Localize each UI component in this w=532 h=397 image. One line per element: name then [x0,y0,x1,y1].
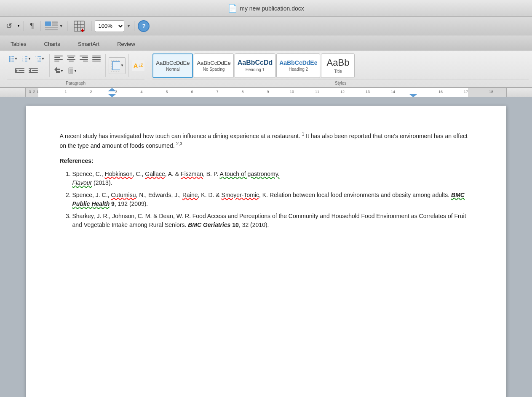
ref-1-text: Spence, C., Hobkinson, C., Gallace, A. &… [72,171,280,186]
svg-rect-13 [11,56,14,57]
ref-1-fiszman: Fiszman [181,171,203,177]
tab-smartart[interactable]: SmartArt [69,38,108,50]
style-heading1[interactable]: AaBbCcDd Heading 1 [235,53,276,78]
ruler-svg: 3 2 1 1 2 3 4 5 6 7 8 9 10 11 12 13 14 1… [26,88,506,97]
svg-rect-19 [25,56,27,57]
line-spacing-button[interactable]: ▼ [53,65,65,76]
paragraph-icon: ¶ [30,21,34,30]
svg-rect-3 [45,27,58,28]
bullet-list-button[interactable]: ▼ [7,54,19,63]
ruler-inner: 3 2 1 1 2 3 4 5 6 7 8 9 10 11 12 13 14 1… [25,88,507,97]
svg-rect-44 [69,61,74,61]
svg-rect-43 [67,59,75,60]
paragraph-divider-2 [105,54,106,77]
svg-text:1: 1 [64,90,67,94]
justify-button[interactable] [91,54,102,63]
svg-rect-38 [54,57,60,58]
svg-point-16 [9,60,11,62]
svg-text:10: 10 [290,90,294,94]
style-title-name: Title [334,69,342,74]
borders-button[interactable]: ▼ [109,57,126,74]
svg-rect-48 [83,61,88,61]
paragraph-divider-3 [128,54,129,77]
style-no-spacing[interactable]: AaBbCcDdEe No Spacing [194,53,233,78]
decrease-indent-button[interactable] [13,65,26,76]
ref-2-cutumisu: Cutumisu [111,192,136,198]
align-left-button[interactable] [53,54,64,63]
document-area: A recent study has investigated how touc… [0,97,532,397]
numbered-list-button[interactable]: 1. 2. 3. ▼ [20,54,33,63]
title-icon: 📄 [228,4,237,13]
ruler: 3 2 1 1 2 3 4 5 6 7 8 9 10 11 12 13 14 1… [0,88,532,97]
style-normal-preview: AaBbCcDdEe [156,60,190,66]
styles-section: AaBbCcDdEe Normal AaBbCcDdEe No Spacing … [149,52,529,85]
svg-rect-52 [92,61,101,61]
help-icon: ? [142,23,146,29]
style-heading1-preview: AaBbCcDd [238,59,273,67]
svg-text:9: 9 [267,90,269,94]
style-normal[interactable]: AaBbCcDdEe Normal [152,53,193,78]
svg-text:7: 7 [216,90,218,94]
increase-indent-button[interactable] [27,65,40,76]
help-button[interactable]: ? [138,20,150,32]
ref-1-hobkinson: Hobkinson [105,171,133,177]
svg-text:2: 2 [90,90,92,94]
toolbar-separator-3 [67,21,67,31]
svg-rect-61 [468,88,506,97]
center-button[interactable] [65,54,77,63]
multilevel-list-icon: a 1. [35,55,41,62]
shading-dropdown: ▼ [74,69,77,73]
numbered-dropdown: ▼ [28,57,31,61]
sort-button[interactable]: A ↓ Z [132,60,144,71]
window-title: my new publication.docx [240,5,304,12]
svg-rect-51 [92,59,101,60]
document-page[interactable]: A recent study has investigated how touc… [26,106,506,397]
tab-review[interactable]: Review [108,38,144,50]
svg-rect-2 [52,24,58,26]
style-heading2-name: Heading 2 [289,67,308,72]
svg-point-12 [9,56,11,58]
shading-icon [68,67,73,75]
main-paragraph: A recent study has investigated how touc… [60,131,473,150]
ref-1-gallace: Gallace [145,171,165,177]
superscript-23: 2,3 [176,141,182,146]
svg-text:16: 16 [438,90,443,94]
bullet-dropdown: ▼ [14,57,18,61]
multilevel-list-button[interactable]: a 1. ▼ [34,54,46,63]
undo-button[interactable]: ↺ [3,20,15,32]
svg-rect-32 [15,72,24,73]
tab-tables[interactable]: Tables [2,38,35,50]
references-heading: References: [60,157,473,165]
paragraph-label: Paragraph [7,80,144,85]
style-title-preview: AaBb [327,57,350,68]
align-right-button[interactable] [78,54,90,63]
view-mode-button[interactable]: ▼ [44,20,64,32]
style-heading2[interactable]: AaBbCcDdEe Heading 2 [276,53,320,78]
tab-charts[interactable]: Charts [35,38,69,50]
toolbar-separator-2 [40,21,40,31]
svg-rect-45 [80,56,88,56]
ref-2-smoyer: Smoyer-Tomic [222,192,259,198]
zoom-select[interactable]: 100% [95,20,124,32]
style-title[interactable]: AaBb Title [321,53,355,78]
insert-table-icon [73,20,85,32]
svg-text:3.: 3. [22,60,24,62]
svg-rect-0 [45,21,51,26]
svg-rect-62 [38,88,468,97]
svg-rect-56 [70,69,73,73]
paragraph-section: ▼ 1. 2. 3. ▼ [3,52,148,85]
svg-rect-31 [19,70,24,71]
svg-text:12: 12 [340,90,345,94]
undo-icon: ↺ [6,21,12,31]
paragraph-marks-button[interactable]: ¶ [27,20,37,32]
ribbon-content: ▼ 1. 2. 3. ▼ [0,51,532,88]
style-normal-name: Normal [166,67,179,72]
insert-table-button[interactable] [71,19,88,34]
ref-1-title: A touch of gastronomy. [219,171,279,177]
bullet-list-icon [8,55,14,62]
svg-text:11: 11 [315,90,319,94]
style-no-spacing-name: No Spacing [203,67,225,72]
shading-button[interactable]: ▼ [66,65,79,76]
svg-text:1: 1 [36,90,38,94]
numbered-list-icon: 1. 2. 3. [22,55,27,62]
